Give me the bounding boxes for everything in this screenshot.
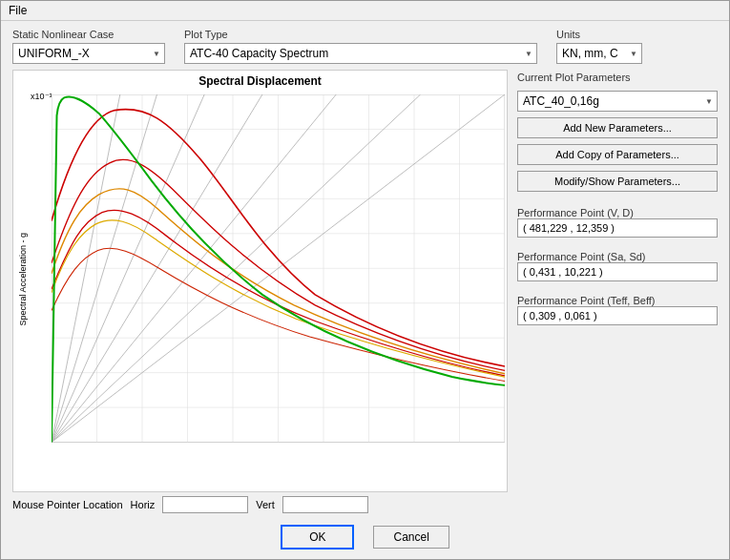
static-nonlinear-label: Static Nonlinear Case: [12, 29, 165, 40]
y-axis-scale: x10⁻³: [31, 92, 52, 101]
chart-area: Spectral Displacement Spectral Accelerat…: [12, 70, 508, 517]
static-nonlinear-group: Static Nonlinear Case UNIFORM_-X: [12, 29, 165, 64]
perf-vd-group: Performance Point (V, D) ( 481,229 , 12,…: [517, 207, 718, 238]
units-wrapper[interactable]: KN, mm, C: [556, 43, 642, 64]
main-window: File Static Nonlinear Case UNIFORM_-X Pl…: [0, 0, 730, 560]
menubar: File: [1, 1, 729, 21]
perf-sasd-value: ( 0,431 , 10,221 ): [517, 262, 718, 281]
static-nonlinear-wrapper[interactable]: UNIFORM_-X: [12, 43, 165, 64]
static-nonlinear-select[interactable]: UNIFORM_-X: [12, 43, 165, 64]
ok-button[interactable]: OK: [281, 525, 354, 550]
perf-sasd-group: Performance Point (Sa, Sd) ( 0,431 , 10,…: [517, 251, 718, 281]
chart-title: Spectral Displacement: [13, 71, 507, 90]
perf-vd-value: ( 481,229 , 12,359 ): [517, 218, 718, 238]
toolbar: Static Nonlinear Case UNIFORM_-X Plot Ty…: [1, 21, 729, 70]
vert-input[interactable]: [282, 496, 368, 513]
add-new-button[interactable]: Add New Parameters...: [517, 117, 718, 138]
file-menu[interactable]: File: [9, 4, 27, 17]
chart-inner: Spectral Acceleration - g x10⁻³: [13, 90, 507, 487]
chart-container: Spectral Displacement Spectral Accelerat…: [12, 70, 508, 492]
y-axis-label: Spectral Acceleration - g: [18, 233, 28, 326]
perf-teff-label: Performance Point (Teff, Beff): [517, 295, 718, 306]
horiz-input[interactable]: [162, 496, 248, 513]
plot-type-label: Plot Type: [184, 29, 537, 40]
perf-teff-group: Performance Point (Teff, Beff) ( 0,309 ,…: [517, 295, 718, 325]
horiz-label: Horiz: [131, 499, 156, 510]
mouse-pointer-row: Mouse Pointer Location Horiz Vert: [12, 492, 508, 517]
chart-svg: 50, 100, 150, 200, 250, 300, 350, 400, 4…: [52, 94, 505, 443]
current-plot-label: Current Plot Parameters: [517, 72, 718, 83]
plot-type-select[interactable]: ATC-40 Capacity Spectrum: [184, 43, 537, 64]
perf-vd-label: Performance Point (V, D): [517, 207, 718, 218]
add-copy-button[interactable]: Add Copy of Parameters...: [517, 144, 718, 165]
plot-type-wrapper[interactable]: ATC-40 Capacity Spectrum: [184, 43, 537, 64]
perf-sasd-label: Performance Point (Sa, Sd): [517, 251, 718, 262]
bottom-bar: OK Cancel: [1, 517, 729, 559]
units-select[interactable]: KN, mm, C: [556, 43, 642, 64]
plot-type-group: Plot Type ATC-40 Capacity Spectrum: [184, 29, 537, 64]
x-axis-labels: [52, 470, 505, 487]
vert-label: Vert: [256, 499, 275, 510]
units-group: Units KN, mm, C: [556, 29, 642, 64]
cancel-button[interactable]: Cancel: [373, 526, 448, 549]
right-panel: Current Plot Parameters ATC_40_0,16g Add…: [517, 70, 718, 517]
current-plot-select[interactable]: ATC_40_0,16g: [517, 91, 718, 112]
mouse-pointer-label: Mouse Pointer Location: [12, 499, 123, 510]
y-axis-label-container: Spectral Acceleration - g: [15, 90, 31, 468]
current-plot-wrapper[interactable]: ATC_40_0,16g: [517, 91, 718, 112]
perf-teff-value: ( 0,309 , 0,061 ): [517, 306, 718, 325]
main-content: Spectral Displacement Spectral Accelerat…: [1, 70, 729, 517]
units-label: Units: [556, 29, 642, 40]
current-plot-row: ATC_40_0,16g: [517, 91, 718, 112]
modify-show-button[interactable]: Modify/Show Parameters...: [517, 171, 718, 192]
